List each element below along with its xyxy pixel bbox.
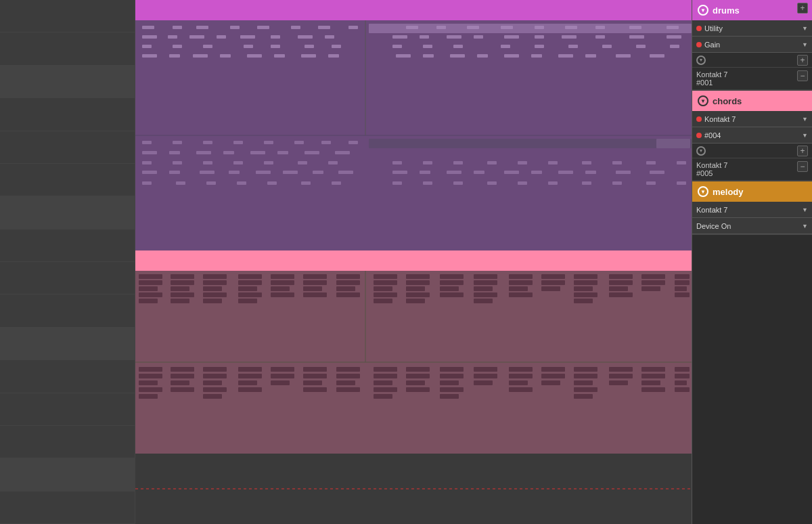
svg-rect-237	[271, 374, 294, 378]
svg-rect-141	[677, 181, 686, 185]
svg-rect-250	[374, 387, 397, 392]
svg-rect-248	[374, 374, 397, 378]
svg-rect-272	[574, 374, 597, 378]
svg-rect-38	[203, 45, 212, 48]
svg-rect-213	[675, 274, 690, 279]
svg-rect-115	[392, 171, 407, 174]
svg-rect-242	[303, 387, 327, 392]
drums-add-button[interactable]: +	[797, 55, 808, 66]
svg-rect-86	[304, 151, 319, 154]
svg-rect-88	[369, 139, 692, 148]
chords-kontakt7-dropdown[interactable]: Kontakt 7 ▼	[692, 111, 812, 127]
svg-rect-97	[142, 171, 157, 174]
svg-rect-58	[301, 54, 316, 58]
drums-header[interactable]: ▼ drums	[692, 0, 812, 20]
chords-collapse-button[interactable]: ▼	[698, 95, 708, 106]
svg-rect-82	[196, 151, 211, 154]
drums-track-label: drums	[713, 5, 740, 16]
svg-rect-17	[142, 35, 157, 39]
chords-track-label: chords	[713, 96, 742, 106]
svg-rect-273	[574, 380, 593, 385]
svg-rect-179	[374, 299, 392, 303]
chords-add-button[interactable]: +	[797, 146, 808, 156]
svg-rect-274	[574, 387, 597, 392]
svg-rect-226	[171, 387, 194, 392]
svg-rect-231	[203, 394, 222, 399]
svg-rect-108	[487, 161, 497, 165]
drums-note-pattern	[135, 20, 692, 250]
drums-instrument-label: Kontakt 7 #001	[696, 70, 794, 87]
svg-rect-1	[173, 26, 182, 29]
svg-rect-101	[256, 171, 271, 174]
svg-rect-168	[303, 286, 322, 291]
svg-rect-189	[474, 274, 497, 279]
chords-content[interactable]	[135, 271, 692, 454]
melody-collapse-button[interactable]: ▼	[698, 186, 708, 197]
drums-collapse-button[interactable]: ▼	[698, 5, 708, 16]
sidebar-cell	[0, 66, 135, 98]
svg-rect-180	[406, 274, 430, 279]
chords-sub-collapse-icon[interactable]: ▼	[696, 146, 706, 156]
svg-rect-103	[313, 171, 323, 174]
svg-rect-77	[294, 141, 304, 144]
svg-rect-6	[318, 26, 330, 29]
drums-content[interactable]	[135, 20, 692, 250]
svg-rect-50	[636, 45, 646, 48]
melody-header[interactable]: ▼ melody	[692, 181, 812, 202]
melody-track-section: ▼ melody Kontakt 7 ▼ Device On ▼	[692, 181, 812, 235]
add-track-button[interactable]: +	[797, 3, 808, 14]
svg-rect-218	[139, 367, 162, 372]
svg-rect-36	[142, 45, 152, 48]
svg-rect-208	[609, 286, 628, 291]
svg-rect-43	[392, 45, 402, 48]
svg-rect-126	[176, 181, 185, 185]
melody-kontakt7-dropdown[interactable]: Kontakt 7 ▼	[692, 202, 812, 218]
svg-rect-284	[675, 374, 690, 378]
svg-rect-221	[139, 387, 162, 392]
svg-rect-27	[447, 35, 461, 39]
svg-rect-223	[171, 367, 194, 372]
drums-remove-button[interactable]: −	[797, 70, 808, 81]
chords-remove-button[interactable]: −	[797, 161, 808, 172]
svg-rect-63	[477, 54, 488, 58]
chords-header[interactable]: ▼ chords	[692, 91, 812, 111]
svg-rect-267	[509, 387, 533, 392]
chords-header-bar	[135, 250, 692, 271]
svg-rect-75	[233, 141, 243, 144]
sidebar-cell	[0, 98, 135, 131]
svg-rect-42	[332, 45, 341, 48]
svg-rect-257	[440, 374, 464, 378]
drums-header-bar	[135, 0, 692, 20]
svg-rect-118	[474, 171, 484, 174]
svg-rect-51	[670, 45, 679, 48]
device-on-dropdown[interactable]: Device On ▼	[692, 218, 812, 234]
svg-rect-271	[574, 367, 597, 372]
sidebar-cell	[0, 230, 135, 262]
svg-rect-198	[541, 274, 565, 279]
svg-rect-277	[609, 374, 633, 378]
svg-rect-2	[196, 26, 208, 29]
chords-004-dropdown[interactable]: #004 ▼	[692, 127, 812, 144]
gain-dropdown[interactable]: Gain ▼	[692, 37, 812, 53]
svg-rect-138	[582, 181, 591, 185]
svg-rect-167	[303, 280, 327, 285]
chords-track-section: ▼ chords Kontakt 7 ▼ #004 ▼ ▼ +	[692, 91, 812, 181]
svg-rect-190	[474, 280, 497, 285]
svg-rect-191	[474, 286, 493, 291]
svg-rect-205	[574, 299, 593, 303]
utility-dropdown[interactable]: Utility ▼	[692, 20, 812, 37]
svg-rect-54	[193, 54, 208, 58]
svg-rect-171	[336, 280, 360, 285]
svg-rect-170	[336, 274, 360, 279]
svg-rect-129	[267, 181, 277, 185]
svg-rect-188	[440, 292, 464, 297]
svg-rect-48	[568, 45, 578, 48]
svg-rect-44	[423, 45, 432, 48]
svg-rect-144	[139, 286, 158, 291]
drums-sub-collapse-icon[interactable]: ▼	[696, 56, 706, 65]
melody-pattern	[135, 454, 692, 524]
left-sidebar	[0, 0, 135, 524]
svg-rect-216	[675, 292, 690, 297]
svg-rect-140	[646, 181, 656, 185]
svg-rect-193	[474, 299, 493, 303]
